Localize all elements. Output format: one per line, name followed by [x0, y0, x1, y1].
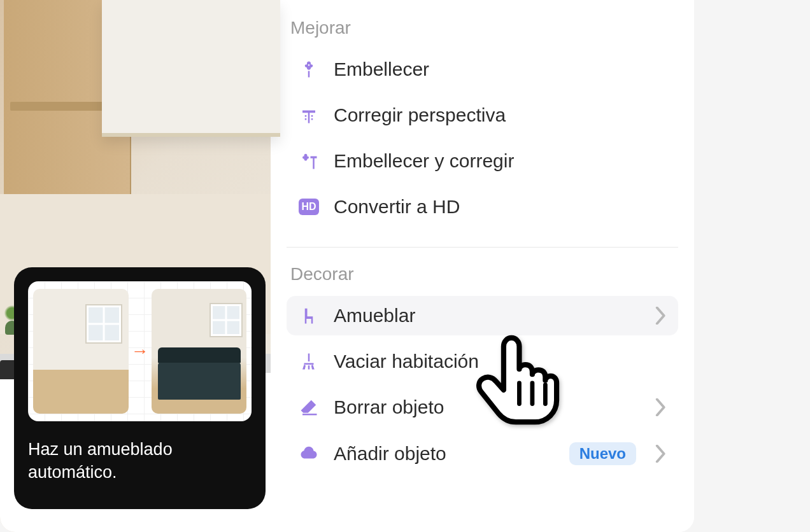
decorate-empty-room-item[interactable]: Vaciar habitación	[287, 342, 678, 381]
menu-item-label: Embellecer y corregir	[334, 150, 667, 172]
enhance-hd-item[interactable]: HD Convertir a HD	[287, 187, 678, 227]
tools-panel: Mejorar Embellecer Corregir perspectiva …	[271, 0, 694, 532]
decorate-furnish-item[interactable]: Amueblar	[287, 296, 678, 335]
section-header-decorate: Decorar	[287, 264, 678, 284]
flower-icon	[298, 59, 320, 80]
menu-item-label: Vaciar habitación	[334, 351, 667, 372]
chevron-right-icon	[655, 307, 667, 325]
enhance-beautify-fix-item[interactable]: Embellecer y corregir	[287, 141, 678, 181]
flower-ruler-icon	[298, 150, 320, 172]
scene-element	[102, 0, 280, 137]
chevron-right-icon	[655, 445, 667, 463]
arrow-right-icon: →	[131, 341, 149, 361]
app-window: → Haz un amueblado automático. Mejorar E…	[0, 0, 694, 532]
eraser-icon	[298, 396, 320, 418]
preview-panel: → Haz un amueblado automático.	[0, 0, 271, 532]
before-image	[33, 289, 129, 414]
hd-icon: HD	[298, 196, 320, 218]
enhance-section: Mejorar Embellecer Corregir perspectiva …	[287, 18, 678, 248]
section-header-enhance: Mejorar	[287, 18, 678, 38]
decorate-section: Decorar Amueblar Vaciar habitación Borra…	[287, 264, 678, 494]
enhance-perspective-item[interactable]: Corregir perspectiva	[287, 95, 678, 135]
tooltip-text: Haz un amueblado automático.	[28, 438, 252, 484]
decorate-erase-object-item[interactable]: Borrar objeto	[287, 388, 678, 427]
tooltip-preview: →	[28, 281, 252, 421]
menu-item-label: Corregir perspectiva	[334, 104, 667, 126]
new-badge: Nuevo	[569, 442, 636, 465]
broom-icon	[298, 351, 320, 372]
chair-icon	[298, 305, 320, 326]
cloud-icon	[298, 443, 320, 465]
menu-item-label: Embellecer	[334, 59, 667, 80]
tooltip-card: → Haz un amueblado automático.	[14, 267, 266, 509]
decorate-add-object-item[interactable]: Añadir objeto Nuevo	[287, 433, 678, 474]
after-image	[152, 289, 247, 414]
menu-item-label: Amueblar	[334, 305, 641, 326]
menu-item-label: Convertir a HD	[334, 196, 667, 218]
menu-item-label: Añadir objeto	[334, 443, 555, 465]
ruler-icon	[298, 104, 320, 126]
enhance-beautify-item[interactable]: Embellecer	[287, 50, 678, 89]
chevron-right-icon	[655, 398, 667, 416]
menu-item-label: Borrar objeto	[334, 396, 641, 418]
